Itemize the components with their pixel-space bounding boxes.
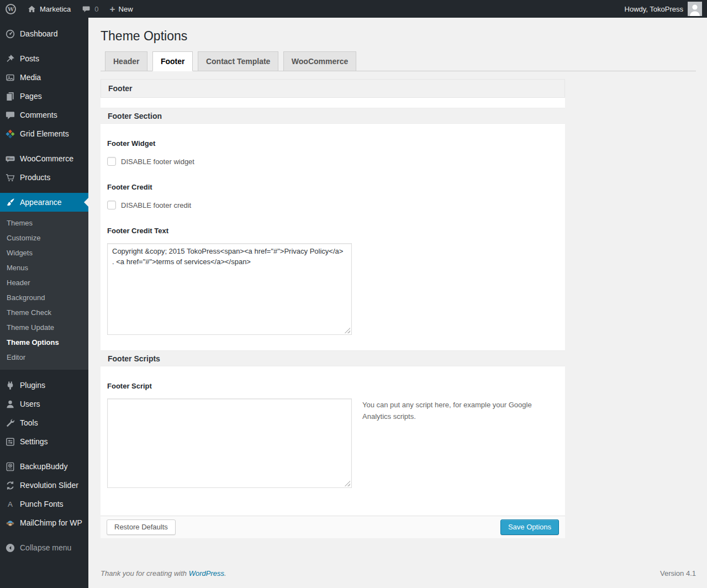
- sidebar-item-label: Posts: [20, 54, 39, 63]
- footer-widget-row: DISABLE footer widget: [107, 157, 558, 166]
- menu-separator: [0, 143, 88, 149]
- tab-bar: Header Footer Contact Template WooCommer…: [101, 51, 696, 71]
- user-icon: [0, 399, 20, 410]
- content-footer: Thank you for creating with WordPress. V…: [101, 569, 696, 578]
- restore-defaults-button[interactable]: Restore Defaults: [107, 519, 176, 535]
- sidebar-item-users[interactable]: Users: [0, 395, 88, 413]
- submenu-item-header[interactable]: Header: [0, 275, 88, 290]
- sidebar-item-tools[interactable]: Tools: [0, 413, 88, 432]
- submenu-item-theme-options[interactable]: Theme Options: [0, 335, 88, 350]
- version-label: Version 4.1: [660, 569, 696, 578]
- disable-footer-credit-checkbox[interactable]: [107, 201, 116, 209]
- sidebar-item-label: Products: [20, 173, 50, 182]
- sidebar-item-appearance[interactable]: Appearance: [0, 193, 88, 212]
- woocommerce-icon: Woo: [0, 154, 20, 164]
- page-title: Theme Options: [101, 28, 696, 44]
- disable-footer-widget-checkbox[interactable]: [107, 157, 116, 166]
- sidebar-item-label: Plugins: [20, 381, 45, 390]
- brush-icon: [0, 197, 20, 208]
- footer-script-row: You can put any script here, for example…: [107, 398, 558, 488]
- submenu-item-background[interactable]: Background: [0, 290, 88, 305]
- sidebar-item-mailchimp[interactable]: MailChimp for WP: [0, 513, 88, 532]
- footer-scripts-body: Footer Script You can put any script her…: [101, 366, 565, 516]
- collapse-menu-button[interactable]: Collapse menu: [0, 538, 88, 557]
- media-icon: [0, 72, 20, 83]
- sidebar-item-label: Comments: [20, 111, 57, 119]
- submenu-item-theme-check[interactable]: Theme Check: [0, 305, 88, 320]
- sidebar-item-pages[interactable]: Pages: [0, 87, 88, 106]
- sidebar-item-label: Appearance: [20, 198, 62, 207]
- comment-icon: [0, 110, 20, 120]
- footer-script-wrap: [107, 398, 352, 488]
- site-name-menu[interactable]: Marketica: [22, 0, 76, 18]
- sidebar-item-label: Revolution Slider: [20, 481, 78, 490]
- refresh-icon: [0, 480, 20, 491]
- submenu-item-customize[interactable]: Customize: [0, 230, 88, 245]
- footer-credit-text-textarea[interactable]: Copyright &copy; 2015 TokoPress<span><a …: [107, 243, 352, 335]
- footer-scripts-header: Footer Scripts: [101, 350, 565, 366]
- thanks-prefix: Thank you for creating with: [101, 569, 189, 578]
- wordpress-link[interactable]: WordPress: [189, 569, 224, 578]
- wordpress-logo-menu[interactable]: W: [0, 0, 22, 18]
- sidebar-item-dashboard[interactable]: Dashboard: [0, 24, 88, 43]
- footer-script-textarea[interactable]: [107, 398, 352, 488]
- footer-widget-label: Footer Widget: [107, 139, 558, 148]
- footer-credit-text-label: Footer Credit Text: [107, 227, 558, 235]
- submenu-item-themes[interactable]: Themes: [0, 216, 88, 230]
- pages-icon: [0, 91, 20, 102]
- account-menu[interactable]: Howdy, TokoPress: [625, 0, 707, 18]
- sidebar-item-settings[interactable]: Settings: [0, 432, 88, 451]
- footer-credit-label: Footer Credit: [107, 183, 558, 191]
- disable-footer-widget-label: DISABLE footer widget: [121, 158, 194, 166]
- collapse-menu-label: Collapse menu: [20, 543, 71, 552]
- submenu-item-widgets[interactable]: Widgets: [0, 245, 88, 260]
- sidebar-item-media[interactable]: Media: [0, 68, 88, 87]
- submenu-item-theme-update[interactable]: Theme Update: [0, 320, 88, 335]
- sidebar-item-label: Grid Elements: [20, 129, 69, 138]
- backup-drive-icon: [0, 461, 20, 472]
- thanks-suffix: .: [224, 569, 226, 578]
- main-content: Theme Options Header Footer Contact Temp…: [88, 18, 707, 588]
- home-icon: [27, 4, 36, 14]
- menu-separator: [0, 451, 88, 457]
- sidebar-item-grid-elements[interactable]: Grid Elements: [0, 124, 88, 143]
- footer-section-header: Footer Section: [101, 108, 565, 124]
- submenu-item-menus[interactable]: Menus: [0, 260, 88, 275]
- new-label: New: [119, 5, 133, 13]
- avatar: [688, 2, 702, 16]
- sidebar-item-label: Users: [20, 400, 40, 408]
- sidebar-item-punch-fonts[interactable]: A Punch Fonts: [0, 495, 88, 513]
- sidebar-item-posts[interactable]: Posts: [0, 49, 88, 68]
- pushpin-icon: [0, 54, 20, 64]
- footer-script-label: Footer Script: [107, 382, 558, 390]
- sidebar-item-comments[interactable]: Comments: [0, 106, 88, 124]
- comment-bubble-icon: [82, 4, 91, 14]
- submenu-item-editor[interactable]: Editor: [0, 350, 88, 365]
- new-content-menu[interactable]: + New: [104, 0, 139, 18]
- sidebar-item-revolution-slider[interactable]: Revolution Slider: [0, 476, 88, 495]
- sidebar-item-woocommerce[interactable]: Woo WooCommerce: [0, 149, 88, 168]
- save-options-button[interactable]: Save Options: [500, 519, 559, 535]
- sidebar-item-label: Settings: [20, 437, 48, 446]
- sidebar-item-label: Tools: [20, 418, 38, 427]
- admin-bar: W Marketica 0 + New Howdy, TokoPress: [0, 0, 707, 18]
- collapse-arrow-icon: [0, 543, 20, 553]
- cart-icon: [0, 172, 20, 183]
- sidebar-item-label: Punch Fonts: [20, 500, 64, 508]
- tab-contact-template[interactable]: Contact Template: [198, 51, 278, 71]
- sidebar-item-products[interactable]: Products: [0, 168, 88, 187]
- svg-text:Woo: Woo: [7, 157, 13, 160]
- sidebar-item-label: BackupBuddy: [20, 462, 67, 471]
- tab-footer[interactable]: Footer: [152, 51, 193, 71]
- site-name-label: Marketica: [40, 5, 71, 13]
- footer-script-help: You can put any script here, for example…: [362, 400, 534, 423]
- sidebar-item-label: WooCommerce: [20, 154, 73, 163]
- sidebar-item-plugins[interactable]: Plugins: [0, 376, 88, 395]
- tab-header[interactable]: Header: [105, 51, 147, 71]
- tab-woocommerce[interactable]: WooCommerce: [283, 51, 356, 71]
- plugin-icon: [0, 380, 20, 391]
- sidebar-item-backupbuddy[interactable]: BackupBuddy: [0, 457, 88, 476]
- svg-text:A: A: [8, 500, 13, 508]
- comments-menu[interactable]: 0: [76, 0, 104, 18]
- sidebar-item-label: Media: [20, 73, 41, 82]
